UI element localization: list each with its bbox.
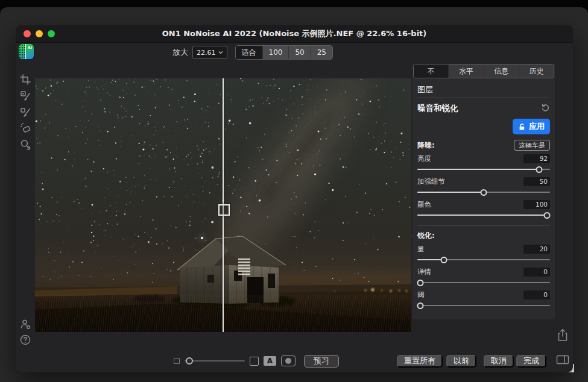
bottom-bar: A 预习 重置所有 以前 取消 完成 — [16, 353, 573, 369]
slider-thumb[interactable] — [536, 166, 543, 173]
slider-value-field[interactable]: 0 — [523, 290, 550, 299]
mask-view-mask-icon[interactable] — [281, 355, 296, 366]
zoom-level-value: 22.61 — [197, 49, 216, 57]
slider-label: 量 — [417, 245, 425, 254]
local-brush-tool-button[interactable] — [19, 106, 31, 118]
slider-label: 加强细节 — [417, 177, 445, 186]
chevron-down-icon — [218, 51, 223, 54]
detail-slider[interactable] — [417, 278, 550, 287]
zoom-100-button[interactable]: 100 — [262, 46, 289, 59]
dual-view-button[interactable] — [556, 355, 569, 367]
zoom-pan-icon — [19, 139, 31, 151]
denoise-label: 降噪: — [417, 140, 435, 151]
mask-view-none-icon[interactable] — [250, 357, 259, 366]
zoom-50-button[interactable]: 50 — [288, 46, 310, 59]
zoom-level-dropdown[interactable]: 22.61 — [192, 46, 227, 59]
slider-value-field[interactable]: 0 — [523, 268, 550, 277]
denoise-header-row: 降噪: 这辆车是 — [417, 139, 550, 151]
denoise-profile-button[interactable]: 这辆车是 — [514, 140, 550, 151]
zoom-25-button[interactable]: 25 — [311, 46, 332, 59]
crop-icon — [19, 74, 31, 86]
app-window: ON1 NoNoise AI 2022 (NoNoise 示例照片.NEF @ … — [16, 25, 573, 372]
panel-divider — [417, 225, 550, 226]
mask-opacity-min-icon — [174, 358, 180, 364]
slider-label: 颜色 — [417, 200, 431, 209]
slider-thumb[interactable] — [417, 280, 424, 286]
app-logo-divider — [25, 44, 27, 59]
desktop: ON1 NoNoise AI 2022 (NoNoise 示例照片.NEF @ … — [0, 0, 588, 382]
help-button[interactable] — [19, 334, 31, 346]
slider-thumb[interactable] — [544, 212, 551, 219]
mask-view-controls: A 预习 — [174, 353, 339, 369]
amount-slider[interactable] — [417, 255, 550, 265]
user-icon — [19, 318, 31, 330]
account-button[interactable] — [19, 318, 31, 330]
apply-row: 应用 — [417, 117, 550, 136]
local-brush-icon — [19, 106, 31, 118]
cancel-button[interactable]: 取消 — [484, 355, 514, 368]
slider-label: 阈 — [417, 290, 425, 299]
slider-row-color: 颜色 100 — [417, 199, 550, 220]
slider-value-field[interactable]: 20 — [523, 245, 550, 254]
tab-info[interactable]: 信息 — [484, 64, 519, 78]
color-slider[interactable] — [417, 211, 550, 220]
tab-none[interactable]: 不 — [414, 64, 448, 78]
luminance-slider[interactable] — [417, 165, 550, 174]
slider-thumb[interactable] — [417, 302, 424, 309]
threshold-slider[interactable] — [417, 301, 550, 310]
before-after-divider-handle[interactable] — [218, 204, 230, 216]
mask-opacity-slider[interactable] — [185, 357, 245, 365]
tool-strip — [16, 74, 35, 151]
zoom-label: 放大 — [172, 47, 188, 58]
slider-row-detail: 详情 0 — [417, 267, 550, 287]
apply-button-label: 应用 — [529, 121, 545, 132]
perfect-eraser-icon — [19, 122, 31, 134]
split-view-icon — [556, 355, 569, 365]
slider-value-field[interactable]: 92 — [523, 154, 550, 163]
masking-brush-icon — [19, 90, 31, 102]
photo-canvas[interactable] — [35, 78, 411, 332]
apply-button[interactable]: 应用 — [513, 119, 550, 134]
preview-button[interactable]: 预习 — [304, 355, 339, 368]
app-logo-ai-label: AI — [28, 45, 32, 49]
sharpen-label: 锐化: — [417, 231, 435, 241]
undo-icon — [541, 103, 550, 112]
layers-header[interactable]: 图层 — [417, 83, 550, 98]
slider-value-field[interactable]: 100 — [523, 200, 550, 209]
slider-thumb[interactable] — [441, 257, 447, 263]
reset-section-button[interactable] — [541, 103, 550, 114]
slider-thumb[interactable] — [481, 189, 487, 196]
slider-row-enhance-detail: 加强细节 50 — [417, 177, 550, 197]
zoom-controls: 放大 22.61 适合 100 50 25 — [172, 46, 333, 59]
titlebar: ON1 NoNoise AI 2022 (NoNoise 示例照片.NEF @ … — [16, 25, 573, 43]
reset-all-button[interactable]: 重置所有 — [397, 355, 443, 368]
crop-tool-button[interactable] — [19, 74, 31, 86]
slider-label: 亮度 — [417, 154, 431, 163]
previous-button[interactable]: 以前 — [446, 355, 476, 368]
masking-brush-tool-button[interactable] — [19, 90, 31, 102]
slider-row-luminance: 亮度 92 — [417, 154, 550, 174]
action-buttons: 重置所有 以前 取消 完成 — [397, 353, 569, 369]
settings-panel: 不 水平 信息 历史 图层 噪音和锐化 — [413, 64, 555, 319]
noise-sharpen-section-header: 噪音和锐化 — [417, 101, 550, 116]
app-logo-noise-half — [19, 44, 25, 59]
tab-levels[interactable]: 水平 — [448, 64, 483, 78]
section-title: 噪音和锐化 — [417, 103, 458, 114]
window-title: ON1 NoNoise AI 2022 (NoNoise 示例照片.NEF @ … — [16, 25, 573, 42]
export-button[interactable] — [555, 327, 570, 343]
enhance-detail-slider[interactable] — [417, 188, 550, 197]
done-button[interactable]: 完成 — [516, 355, 546, 368]
slider-value-field[interactable]: 50 — [523, 177, 550, 186]
mask-opacity-thumb[interactable] — [186, 357, 193, 365]
slider-label: 详情 — [417, 268, 431, 277]
question-mark-icon — [19, 334, 31, 346]
zoom-pan-tool-button[interactable] — [19, 139, 31, 151]
share-icon — [557, 328, 569, 342]
zoom-fit-button[interactable]: 适合 — [236, 46, 262, 59]
slider-row-threshold: 阈 0 — [417, 290, 550, 310]
mask-view-overlay-icon[interactable]: A — [264, 356, 276, 366]
tab-history[interactable]: 历史 — [519, 64, 554, 78]
perfect-eraser-tool-button[interactable] — [19, 122, 31, 134]
app-logo-icon: AI — [19, 44, 34, 59]
slider-row-amount: 量 20 — [417, 244, 550, 265]
